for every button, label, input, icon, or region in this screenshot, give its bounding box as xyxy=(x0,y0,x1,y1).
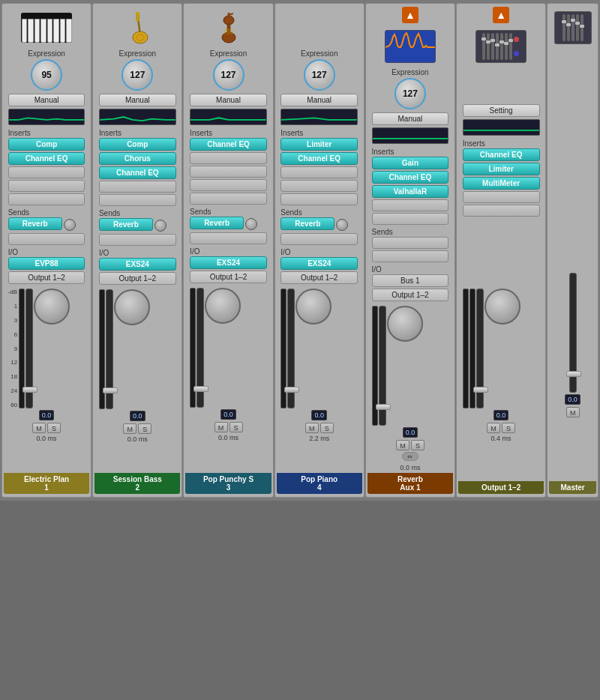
fader-thumb-6[interactable] xyxy=(473,387,488,393)
mute-button-3[interactable]: M xyxy=(214,422,228,432)
insert-empty-6b[interactable] xyxy=(463,205,540,217)
insert-empty-1c[interactable] xyxy=(8,193,86,205)
insert-empty-2a[interactable] xyxy=(99,181,176,193)
mute-button-2[interactable]: M xyxy=(123,423,136,434)
send-reverb-3[interactable]: Reverb xyxy=(190,217,244,229)
io-input-5[interactable]: Bus 1 xyxy=(372,274,449,287)
insert-empty-4c[interactable] xyxy=(280,193,358,205)
solo-button-2[interactable]: S xyxy=(138,423,152,434)
insert-chorus-2[interactable]: Chorus xyxy=(99,152,176,165)
fader-thumb-4[interactable] xyxy=(284,387,299,393)
send-empty-3[interactable] xyxy=(190,232,267,244)
insert-channeleq-4[interactable]: Channel EQ xyxy=(280,152,358,165)
mute-button-5[interactable]: M xyxy=(396,440,410,450)
insert-empty-2b[interactable] xyxy=(99,194,176,206)
io-input-4[interactable]: EXS24 xyxy=(280,257,358,270)
fader-2[interactable] xyxy=(106,289,113,409)
insert-gain-5[interactable]: Gain xyxy=(372,157,449,169)
manual-button-3[interactable]: Manual xyxy=(190,94,267,106)
fader-3[interactable] xyxy=(196,288,204,408)
expression-knob-5[interactable]: 127 xyxy=(394,78,426,109)
mute-button-4[interactable]: M xyxy=(305,423,319,433)
manual-button-5[interactable]: Manual xyxy=(372,112,449,125)
insert-channeleq-6[interactable]: Channel EQ xyxy=(463,148,540,161)
send-knob-2[interactable] xyxy=(154,220,166,232)
insert-empty-5a[interactable] xyxy=(372,199,449,211)
manual-button-1[interactable]: Manual xyxy=(8,94,86,106)
manual-button-4[interactable]: Manual xyxy=(280,94,358,106)
insert-empty-4b[interactable] xyxy=(280,180,358,192)
send-reverb-4[interactable]: Reverb xyxy=(280,217,334,230)
mute-button-1[interactable]: M xyxy=(32,423,46,433)
io-output-2[interactable]: Output 1–2 xyxy=(99,272,176,285)
mute-button-7[interactable]: M xyxy=(566,407,580,417)
channel-knob-4[interactable] xyxy=(296,289,332,325)
expression-knob-1[interactable]: 95 xyxy=(31,59,62,91)
insert-limiter-6[interactable]: Limiter xyxy=(463,163,540,175)
channel-knob-3[interactable] xyxy=(205,288,241,324)
mute-button-6[interactable]: M xyxy=(487,423,500,433)
insert-multimeter-6[interactable]: MultiMeter xyxy=(463,177,540,190)
insert-empty-3b[interactable] xyxy=(190,166,267,178)
solo-button-1[interactable]: S xyxy=(47,423,61,433)
setting-button-6[interactable]: Setting xyxy=(463,104,540,117)
solo-button-3[interactable]: S xyxy=(230,422,243,432)
insert-limiter-4[interactable]: Limiter xyxy=(280,138,358,151)
io-input-1[interactable]: EVP88 xyxy=(8,257,86,270)
send-empty-2[interactable] xyxy=(99,234,176,246)
fader-thumb-2[interactable] xyxy=(103,387,118,393)
expression-knob-3[interactable]: 127 xyxy=(213,59,244,91)
io-output-3[interactable]: Output 1–2 xyxy=(190,271,267,283)
insert-empty-6a[interactable] xyxy=(463,191,540,203)
channel-knob-2[interactable] xyxy=(114,289,150,325)
send-reverb-1[interactable]: Reverb xyxy=(8,217,62,230)
io-output-4[interactable]: Output 1–2 xyxy=(280,271,358,284)
solo-button-4[interactable]: S xyxy=(320,423,334,433)
insert-comp-2[interactable]: Comp xyxy=(99,138,176,151)
expression-knob-2[interactable]: 127 xyxy=(122,59,153,91)
insert-valhalla-5[interactable]: ValhallaR xyxy=(372,185,449,198)
insert-empty-3c[interactable] xyxy=(190,179,267,191)
channel-knob-1[interactable] xyxy=(34,289,70,325)
send-knob-4[interactable] xyxy=(336,219,348,231)
send-reverb-2[interactable]: Reverb xyxy=(99,218,153,231)
expression-knob-4[interactable]: 127 xyxy=(304,59,335,91)
insert-channeleq-5[interactable]: Channel EQ xyxy=(372,171,449,184)
mixer-desk-icon xyxy=(476,30,526,63)
send-knob-1[interactable] xyxy=(64,219,76,231)
channel-knob-5[interactable] xyxy=(387,306,423,342)
insert-channeleq-2[interactable]: Channel EQ xyxy=(99,166,176,179)
insert-comp-1[interactable]: Comp xyxy=(8,138,86,151)
send-empty-4[interactable] xyxy=(280,233,358,245)
fader-thumb-3[interactable] xyxy=(194,386,208,392)
insert-channeleq-3[interactable]: Channel EQ xyxy=(190,138,267,151)
send-empty-5a[interactable] xyxy=(372,237,449,249)
fader-1[interactable] xyxy=(26,289,33,408)
manual-button-2[interactable]: Manual xyxy=(99,94,176,106)
channel-knob-6[interactable] xyxy=(484,289,520,325)
fader-4[interactable] xyxy=(287,289,295,408)
insert-empty-1b[interactable] xyxy=(8,180,86,192)
insert-empty-3d[interactable] xyxy=(190,193,267,205)
io-output-5[interactable]: Output 1–2 xyxy=(372,289,449,301)
send-empty-5b[interactable] xyxy=(372,250,449,262)
fader-6[interactable] xyxy=(476,289,484,408)
io-input-3[interactable]: EXS24 xyxy=(190,256,267,269)
link-icon-5[interactable]: ⇔ xyxy=(402,452,418,461)
fader-7[interactable] xyxy=(569,273,577,393)
insert-empty-1a[interactable] xyxy=(8,166,86,178)
fader-thumb-5[interactable] xyxy=(376,404,391,410)
solo-button-5[interactable]: S xyxy=(411,440,424,450)
send-empty-1[interactable] xyxy=(8,233,86,245)
fader-thumb-7[interactable] xyxy=(566,371,581,377)
insert-empty-5b[interactable] xyxy=(372,213,449,225)
fader-5[interactable] xyxy=(379,306,386,426)
io-input-2[interactable]: EXS24 xyxy=(99,258,176,271)
send-knob-3[interactable] xyxy=(245,218,257,230)
io-output-1[interactable]: Output 1–2 xyxy=(8,271,86,284)
insert-channeleq-1[interactable]: Channel EQ xyxy=(8,152,86,165)
solo-button-6[interactable]: S xyxy=(502,423,515,433)
fader-thumb-1[interactable] xyxy=(22,387,38,393)
insert-empty-4a[interactable] xyxy=(280,166,358,178)
insert-empty-3a[interactable] xyxy=(190,152,267,164)
